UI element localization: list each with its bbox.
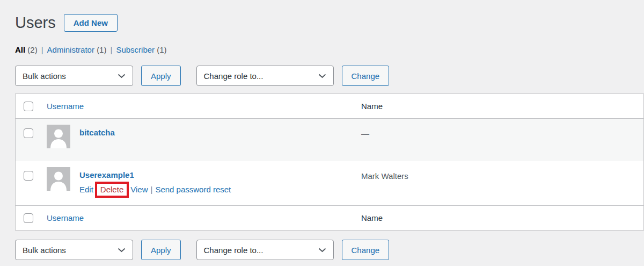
username-cell: bitcatcha: [47, 119, 361, 161]
filter-separator: |: [41, 45, 43, 54]
header-checkbox-cell: [16, 101, 47, 111]
column-username-sort[interactable]: Username: [47, 213, 84, 222]
change-role-select[interactable]: Change role to...: [196, 240, 334, 260]
chevron-down-icon: [118, 74, 126, 78]
footer-username-cell: Username: [47, 213, 361, 222]
change-button[interactable]: Change: [342, 66, 390, 86]
column-name-footer: Name: [361, 213, 643, 222]
select-all-checkbox[interactable]: [24, 102, 33, 111]
header-username-cell: Username: [47, 102, 361, 111]
filter-subscriber-count: (1): [157, 45, 166, 54]
delete-link[interactable]: Delete: [100, 185, 123, 194]
filter-administrator-count: (1): [97, 45, 106, 54]
bulk-actions-select[interactable]: Bulk actions: [15, 66, 133, 86]
bulk-actions-selected-value: Bulk actions: [23, 71, 66, 81]
filter-subscriber-label: Subscriber: [116, 45, 155, 54]
row-actions: EditDeleteView|Send password reset: [79, 185, 231, 195]
row-checkbox[interactable]: [24, 128, 33, 138]
row-actions-separator: |: [150, 185, 152, 194]
footer-checkbox-cell: [16, 213, 47, 223]
filter-administrator[interactable]: Administrator (1): [47, 45, 107, 54]
name-value: Mark Walters: [361, 161, 643, 205]
page-title: Users: [15, 13, 56, 32]
table-row-userexample1: Userexample1 EditDeleteView|Send passwor…: [16, 161, 643, 205]
row-checkbox-cell: [16, 119, 47, 161]
user-role-filters: All (2)|Administrator (1)|Subscriber (1): [15, 44, 644, 55]
filter-administrator-label: Administrator: [47, 45, 94, 54]
bulk-actions-select[interactable]: Bulk actions: [15, 240, 133, 260]
filter-all-count: (2): [27, 45, 37, 54]
change-role-selected-value: Change role to...: [204, 246, 264, 255]
row-checkbox[interactable]: [24, 171, 33, 181]
table-header-row: Username Name: [16, 94, 643, 119]
apply-button[interactable]: Apply: [141, 66, 181, 86]
filter-separator: |: [110, 45, 112, 54]
table-footer-row: Username Name: [16, 205, 643, 230]
filter-all[interactable]: All (2): [15, 45, 38, 54]
users-admin-page: Users Add New All (2)|Administrator (1)|…: [0, 0, 644, 260]
chevron-down-icon: [118, 248, 126, 253]
users-table: Username Name bitcatcha —: [15, 94, 644, 231]
username-cell: Userexample1 EditDeleteView|Send passwor…: [47, 161, 361, 205]
username-link[interactable]: bitcatcha: [79, 128, 115, 137]
edit-link[interactable]: Edit: [79, 185, 93, 194]
user-avatar-icon: [47, 125, 70, 148]
filter-subscriber[interactable]: Subscriber (1): [116, 45, 166, 54]
page-header: Users Add New: [15, 13, 644, 33]
add-new-button[interactable]: Add New: [64, 14, 118, 32]
username-link[interactable]: Userexample1: [79, 170, 134, 179]
row-checkbox-cell: [16, 161, 47, 205]
chevron-down-icon: [318, 74, 326, 78]
send-password-reset-link[interactable]: Send password reset: [155, 185, 231, 194]
select-all-checkbox[interactable]: [24, 213, 33, 223]
column-name-header: Name: [361, 102, 643, 111]
change-role-selected-value: Change role to...: [204, 71, 264, 81]
view-link[interactable]: View: [130, 185, 148, 194]
filter-all-label: All: [15, 45, 25, 54]
tablenav-top: Bulk actions Apply Change role to... Cha…: [15, 66, 644, 86]
change-role-select[interactable]: Change role to...: [196, 66, 334, 86]
column-username-sort[interactable]: Username: [47, 102, 84, 111]
bulk-actions-selected-value: Bulk actions: [23, 246, 66, 255]
table-row-bitcatcha: bitcatcha —: [16, 119, 643, 161]
tablenav-bottom: Bulk actions Apply Change role to... Cha…: [15, 240, 644, 260]
apply-button[interactable]: Apply: [141, 240, 181, 260]
user-avatar-icon: [47, 167, 70, 191]
delete-highlight-box: Delete: [95, 182, 129, 198]
name-value: —: [361, 119, 643, 161]
chevron-down-icon: [318, 248, 326, 253]
change-button[interactable]: Change: [342, 240, 390, 260]
